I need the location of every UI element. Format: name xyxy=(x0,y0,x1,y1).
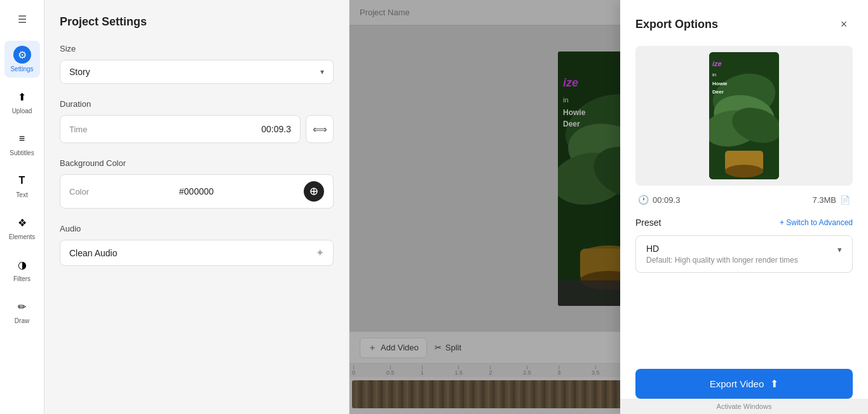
modal-thumb-frame: ize in Howie Deer xyxy=(709,52,779,179)
preset-row: Preset + Switch to Advanced xyxy=(635,217,853,228)
modal-header: Export Options × xyxy=(635,15,853,33)
audio-label: Audio xyxy=(60,224,334,233)
time-value: 00:09.3 xyxy=(261,124,291,134)
sidebar-label-elements: Elements xyxy=(9,233,36,240)
preset-description: Default: High quality with longer render… xyxy=(646,256,798,265)
modal-video-thumbnail: ize in Howie Deer xyxy=(709,52,779,179)
chevron-down-icon: ▾ xyxy=(320,67,324,76)
size-select[interactable]: Story ▾ xyxy=(60,60,334,84)
time-label: Time xyxy=(69,125,87,134)
activate-windows-text: Activate Windows xyxy=(717,403,772,410)
color-row: Color #000000 xyxy=(60,174,334,209)
filters-icon: ◑ xyxy=(13,256,31,273)
sidebar-label-subtitles: Subtitles xyxy=(10,149,34,156)
duration-row: Time 00:09.3 ⟺ xyxy=(60,115,334,143)
sidebar-label-settings: Settings xyxy=(10,66,33,72)
size-label: Size xyxy=(60,44,334,53)
svg-text:Howie: Howie xyxy=(712,81,728,86)
sidebar: ☰ ⚙ Settings ⬆ Upload ≡ Subtitles T Text… xyxy=(0,0,44,414)
preset-chevron-icon: ▾ xyxy=(837,245,842,254)
size-section: Size Story ▾ xyxy=(60,44,334,84)
modal-duration-value: 00:09.3 xyxy=(653,195,680,205)
audio-value: Clean Audio xyxy=(69,248,118,258)
clock-icon: 🕐 xyxy=(638,195,649,205)
svg-text:in: in xyxy=(712,72,716,78)
settings-title: Project Settings xyxy=(60,15,334,29)
modal-close-button[interactable]: × xyxy=(835,15,853,33)
sidebar-item-draw[interactable]: ✏ Draw xyxy=(4,293,40,329)
preset-info: HD Default: High quality with longer ren… xyxy=(646,244,798,265)
file-icon: 📄 xyxy=(840,195,850,205)
svg-text:Deer: Deer xyxy=(712,89,724,95)
sidebar-item-text[interactable]: T Text xyxy=(4,167,40,204)
modal-thumb-illustration: ize in Howie Deer xyxy=(709,52,779,179)
sidebar-label-draw: Draw xyxy=(15,317,29,324)
duration-label: Duration xyxy=(60,99,334,109)
modal-preview: ize in Howie Deer xyxy=(635,46,853,186)
settings-icon: ⚙ xyxy=(13,46,31,64)
svg-point-23 xyxy=(725,165,763,177)
upload-icon: ⬆ xyxy=(13,88,31,106)
sidebar-item-filters[interactable]: ◑ Filters xyxy=(4,251,40,287)
sidebar-label-text: Text xyxy=(16,191,27,198)
color-picker-button[interactable] xyxy=(304,181,324,202)
sparkle-icon: ✦ xyxy=(316,247,324,259)
switch-advanced-link[interactable]: + Switch to Advanced xyxy=(780,218,853,227)
sidebar-label-upload: Upload xyxy=(12,107,32,114)
sidebar-item-elements[interactable]: ❖ Elements xyxy=(4,209,40,245)
settings-panel: Project Settings Size Story ▾ Duration T… xyxy=(44,0,349,414)
export-video-button[interactable]: Export Video ⬆ xyxy=(635,369,853,399)
export-button-label: Export Video xyxy=(710,378,764,389)
audio-row[interactable]: Clean Audio ✦ xyxy=(60,240,334,266)
audio-section: Audio Clean Audio ✦ xyxy=(60,224,334,266)
text-icon: T xyxy=(13,172,31,190)
bg-color-section: Background Color Color #000000 xyxy=(60,158,334,209)
sidebar-item-settings[interactable]: ⚙ Settings xyxy=(4,41,40,78)
color-label: Color xyxy=(69,187,89,197)
color-value: #000000 xyxy=(179,186,214,197)
sidebar-item-upload[interactable]: ⬆ Upload xyxy=(4,83,40,120)
subtitles-icon: ≡ xyxy=(13,130,31,148)
filesize-value: 7.3MB xyxy=(812,195,836,205)
svg-text:ize: ize xyxy=(712,60,722,67)
export-modal: Export Options × ize in Howie Deer xyxy=(620,0,868,414)
duration-input[interactable]: Time 00:09.3 xyxy=(60,115,301,143)
menu-icon[interactable]: ☰ xyxy=(11,8,34,31)
sidebar-item-subtitles[interactable]: ≡ Subtitles xyxy=(4,125,40,162)
upload-icon: ⬆ xyxy=(770,378,778,390)
modal-duration: 🕐 00:09.3 xyxy=(638,195,680,205)
duration-section: Duration Time 00:09.3 ⟺ xyxy=(60,99,334,143)
preset-label: Preset xyxy=(635,217,661,228)
preset-name: HD xyxy=(646,244,798,254)
export-modal-title: Export Options xyxy=(635,18,718,31)
color-picker-icon xyxy=(309,187,318,196)
modal-meta-row: 🕐 00:09.3 7.3MB 📄 xyxy=(635,195,853,205)
draw-icon: ✏ xyxy=(13,298,31,315)
size-value: Story xyxy=(69,67,90,77)
activate-windows-bar: Activate Windows xyxy=(620,399,868,414)
bg-color-label: Background Color xyxy=(60,158,334,168)
sidebar-label-filters: Filters xyxy=(13,275,31,282)
preset-select[interactable]: HD Default: High quality with longer ren… xyxy=(635,235,853,273)
modal-filesize: 7.3MB 📄 xyxy=(812,195,850,205)
duration-arrow-button[interactable]: ⟺ xyxy=(306,115,334,143)
elements-icon: ❖ xyxy=(13,214,31,231)
